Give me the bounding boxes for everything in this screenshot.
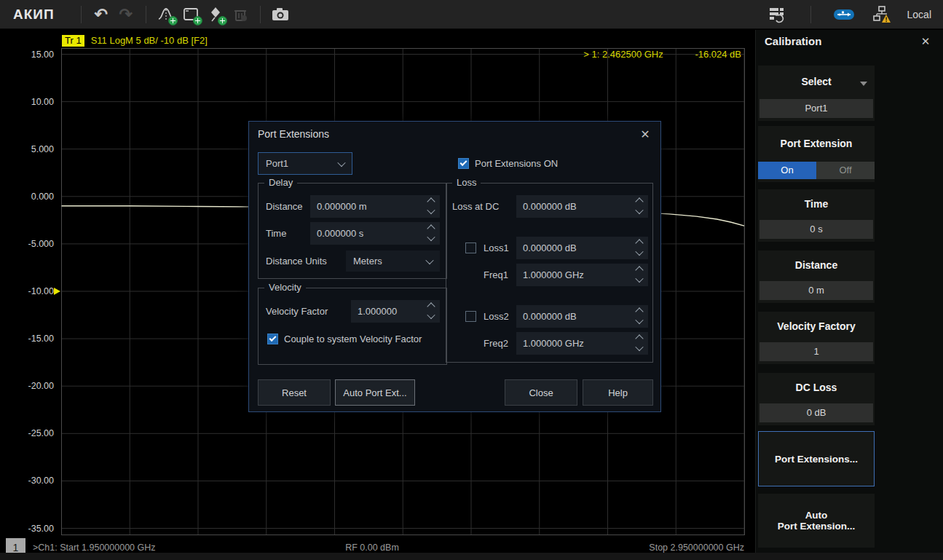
velocity-factory-label: Velocity Factory [758, 320, 875, 332]
delay-group: Delay Distance 0.000000 m Time 0.000000 … [258, 183, 447, 279]
freq2-field[interactable]: 1.000000 GHz [516, 332, 648, 355]
auto-port-ext-button[interactable]: Auto Port Ext... [335, 379, 415, 406]
checkmark-icon [269, 334, 277, 342]
network-status-button[interactable] [869, 4, 894, 25]
local-mode-label[interactable]: Local [907, 9, 931, 20]
trace-header: Tr 1 S11 LogM 5 dB/ -10 dB [F2] [62, 34, 208, 47]
spin-down-button[interactable] [635, 248, 643, 256]
loss2-checkbox[interactable] [465, 311, 476, 322]
couple-velocity-label: Couple to system Velocity Factor [284, 334, 422, 344]
help-button[interactable]: Help [583, 379, 653, 406]
toolbar-separator [81, 6, 82, 23]
checkmark-icon [460, 159, 467, 166]
screenshot-button[interactable] [268, 4, 293, 25]
spin-down-button[interactable] [635, 275, 643, 283]
couple-velocity-checkbox[interactable] [267, 334, 278, 344]
velocity-factor-value: 1.000000 [358, 306, 397, 317]
port-extension-toggle: On Off [758, 162, 875, 179]
spin-down-button[interactable] [635, 316, 643, 324]
time-value: 0.000000 s [317, 228, 363, 239]
select-panel[interactable]: Select Port1 [758, 66, 875, 121]
distance-value: 0.000000 m [317, 201, 367, 212]
sweep-stop-label[interactable]: Stop 2.950000000 GHz [649, 543, 744, 553]
loss-at-dc-spinner [634, 195, 645, 218]
y-axis-tick: 10.00 [0, 96, 54, 108]
spin-up-button[interactable] [635, 239, 643, 247]
brand-logo: АКИП [13, 7, 55, 23]
spin-down-button[interactable] [635, 206, 643, 214]
distance-field[interactable]: 0.000000 m [310, 195, 440, 218]
spin-down-button[interactable] [427, 311, 435, 319]
spin-up-button[interactable] [635, 334, 643, 342]
usb-status-button[interactable] [832, 4, 856, 25]
toggle-off-option[interactable]: Off [816, 162, 875, 179]
freq1-field[interactable]: 1.000000 GHz [516, 264, 648, 286]
port-select-dropdown[interactable]: Port1 [258, 152, 352, 175]
sidebar-close-button[interactable]: ✕ [918, 34, 933, 49]
time-panel-value: 0 s [759, 220, 873, 239]
y-axis-tick: -35.00 [0, 523, 54, 535]
rf-power-label[interactable]: RF 0.00 dBm [0, 543, 744, 553]
spin-down-button[interactable] [427, 206, 435, 214]
freq2-spinner [634, 332, 645, 355]
reset-button[interactable]: Reset [258, 379, 331, 406]
marker-value: -16.024 dB [695, 49, 741, 60]
time-label: Time [266, 222, 286, 245]
port-extensions-on-label: Port Extensions ON [475, 158, 558, 169]
dialog-close-button[interactable]: ✕ [637, 126, 653, 142]
loss1-checkbox[interactable] [465, 242, 476, 253]
delete-button[interactable] [228, 4, 253, 25]
toggle-on-option[interactable]: On [758, 162, 816, 179]
distance-units-label: Distance Units [266, 250, 327, 272]
close-button[interactable]: Close [505, 379, 577, 406]
trace-badge[interactable]: Tr 1 [62, 35, 84, 47]
add-marker-button[interactable] [203, 4, 228, 25]
loss2-field[interactable]: 0.000000 dB [516, 305, 648, 328]
marker-prefix: > 1: [583, 49, 599, 60]
chevron-down-icon [337, 158, 345, 166]
marker-frequency: 2.462500 GHz [602, 49, 663, 60]
loss1-field[interactable]: 0.000000 dB [516, 237, 648, 259]
spin-up-button[interactable] [427, 302, 435, 310]
distance-panel[interactable]: Distance 0 m [758, 251, 875, 303]
spin-up-button[interactable] [427, 224, 435, 232]
time-panel[interactable]: Time 0 s [758, 189, 875, 242]
spin-up-button[interactable] [635, 307, 643, 315]
spin-down-button[interactable] [635, 343, 643, 351]
trace-settings-text[interactable]: S11 LogM 5 dB/ -10 dB [F2] [91, 35, 208, 46]
velocity-factor-field[interactable]: 1.000000 [351, 300, 440, 323]
dc-loss-value: 0 dB [759, 403, 873, 422]
distance-units-dropdown[interactable]: Meters [346, 251, 440, 272]
layout-refresh-icon [768, 5, 787, 24]
velocity-factory-panel[interactable]: Velocity Factory 1 [758, 312, 875, 364]
time-field[interactable]: 0.000000 s [310, 222, 440, 245]
spin-up-button[interactable] [635, 197, 643, 205]
port-extensions-on-checkbox[interactable] [458, 158, 469, 169]
port-extensions-dialog-button[interactable]: Port Extensions... [758, 431, 875, 486]
distance-panel-label: Distance [758, 259, 875, 271]
spin-down-button[interactable] [427, 233, 435, 241]
loss1-label: Loss1 [484, 237, 509, 259]
add-window-button[interactable] [178, 4, 203, 25]
time-panel-label: Time [758, 198, 875, 210]
loss-at-dc-field[interactable]: 0.000000 dB [516, 195, 648, 218]
spin-up-button[interactable] [635, 266, 643, 274]
undo-icon: ↶ [94, 7, 107, 23]
plus-badge-icon [218, 16, 227, 25]
add-trace-button[interactable] [154, 4, 178, 25]
toolbar-right-group: Local [765, 4, 931, 25]
distance-spinner [425, 195, 437, 218]
distance-panel-value: 0 m [759, 281, 873, 300]
auto-port-extension-button[interactable]: Auto Port Extension... [758, 494, 875, 548]
plus-badge-icon [193, 16, 202, 25]
y-axis-tick: -20.00 [0, 380, 54, 392]
dc-loss-label: DC Loss [758, 382, 875, 393]
loss-at-dc-label: Loss at DC [452, 195, 499, 218]
undo-button[interactable]: ↶ [89, 4, 114, 25]
redo-button[interactable]: ↷ [114, 4, 138, 25]
layout-refresh-button[interactable] [765, 4, 790, 25]
spin-up-button[interactable] [427, 197, 435, 205]
plus-badge-icon [168, 16, 178, 25]
dc-loss-panel[interactable]: DC Loss 0 dB [758, 373, 875, 425]
y-axis-tick: -30.00 [0, 475, 54, 486]
